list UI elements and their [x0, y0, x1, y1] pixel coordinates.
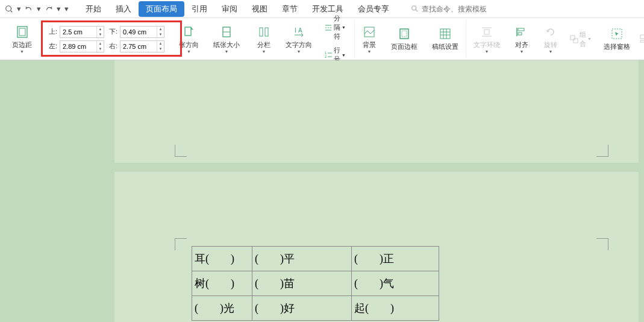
- chevron-down-icon: ▼: [262, 49, 266, 54]
- spin-down-icon[interactable]: ▼: [96, 32, 104, 37]
- table-cell[interactable]: 耳( ): [192, 247, 252, 271]
- more-icon[interactable]: ▾: [64, 4, 69, 13]
- undo-icon[interactable]: [25, 5, 33, 13]
- page-border-button[interactable]: 页面边框: [389, 25, 420, 52]
- orientation-label: 张方向: [179, 40, 199, 49]
- selection-pane-button[interactable]: 选择窗格: [601, 25, 633, 52]
- ribbon: 页边距 ▼ 上: ▲▼ 下: ▲▼ 左: ▲▼ 右: ▲▼ 张方向 ▼: [0, 18, 644, 60]
- orientation-button[interactable]: 张方向 ▼: [177, 24, 201, 55]
- document-area[interactable]: 耳( ) ( )平 ( )正 树( ) ( )苗 ( )气 ( )光 ( )好 …: [0, 60, 644, 322]
- page-border-label: 页面边框: [391, 42, 417, 51]
- table-cell[interactable]: ( )苗: [252, 271, 352, 296]
- table-cell[interactable]: ( )光: [192, 296, 252, 321]
- text-direction-label: 文字方向: [286, 40, 312, 49]
- svg-rect-35: [571, 36, 575, 40]
- svg-line-1: [11, 10, 13, 12]
- text-direction-icon: IA: [292, 25, 306, 39]
- svg-rect-9: [260, 28, 263, 36]
- margin-bottom-input[interactable]: ▲▼: [120, 26, 164, 38]
- dropdown-icon[interactable]: ▾: [37, 4, 41, 13]
- margin-left-label: 左:: [46, 42, 57, 51]
- crop-mark-icon: [596, 145, 608, 157]
- svg-rect-33: [518, 28, 524, 31]
- crop-mark-icon: [175, 238, 187, 250]
- group-margin-values: 上: ▲▼ 下: ▲▼ 左: ▲▼ 右: ▲▼: [39, 21, 172, 57]
- svg-text:2: 2: [325, 55, 327, 58]
- svg-rect-22: [400, 29, 408, 39]
- dropdown-icon[interactable]: ▾: [57, 4, 61, 13]
- spin-up-icon[interactable]: ▲: [96, 27, 104, 32]
- tab-member[interactable]: 会员专享: [351, 1, 396, 17]
- margin-right-input[interactable]: ▲▼: [120, 40, 164, 52]
- quick-access-toolbar: ▾ ▾ ▾ ▾: [5, 4, 69, 13]
- crop-mark-icon: [175, 145, 187, 157]
- spin-up-icon[interactable]: ▲: [157, 41, 164, 46]
- redo-icon[interactable]: [45, 5, 53, 13]
- text-wrap-icon: [480, 25, 494, 39]
- tab-references[interactable]: 引用: [184, 1, 214, 17]
- spin-down-icon[interactable]: ▼: [96, 46, 104, 52]
- spin-down-icon[interactable]: ▼: [157, 46, 164, 52]
- group-label: 组合: [580, 30, 586, 48]
- breaks-button[interactable]: 分隔符 ▼: [324, 14, 346, 41]
- align-label: 对齐: [515, 40, 528, 49]
- draft-button[interactable]: 稿纸设置: [430, 25, 461, 52]
- spin-up-icon[interactable]: ▲: [96, 41, 104, 46]
- search-box[interactable]: [411, 5, 512, 13]
- table-cell[interactable]: ( )气: [352, 271, 439, 296]
- margin-bottom-label: 下:: [107, 27, 117, 36]
- margins-label: 页边距: [12, 40, 32, 49]
- spin-down-icon[interactable]: ▼: [157, 32, 164, 37]
- svg-rect-36: [574, 39, 578, 43]
- table-cell[interactable]: 起( ): [352, 296, 439, 321]
- breaks-label: 分隔符: [334, 14, 340, 41]
- svg-rect-24: [440, 29, 450, 39]
- group-breaks-lines: 分隔符 ▼ 12 行号 ▼: [319, 21, 355, 57]
- table-cell[interactable]: ( )好: [252, 296, 352, 321]
- table-cell[interactable]: 树( ): [192, 271, 252, 296]
- align-icon: [514, 25, 529, 39]
- chevron-down-icon: ▼: [548, 49, 552, 54]
- top-bar: ▾ ▾ ▾ ▾ 开始 插入 页面布局 引用 审阅 视图 章节 开发工具 会员专享: [0, 0, 644, 18]
- draft-label: 稿纸设置: [432, 42, 458, 51]
- table-cell[interactable]: ( )平: [252, 247, 352, 271]
- table-cell[interactable]: ( )正: [352, 247, 439, 271]
- svg-text:I: I: [295, 27, 296, 34]
- chevron-down-icon: ▼: [367, 49, 371, 54]
- tab-view[interactable]: 视图: [245, 1, 275, 17]
- selection-pane-icon: [610, 27, 624, 41]
- group-rotate: 旋转 ▼: [536, 21, 565, 57]
- svg-rect-38: [640, 35, 644, 39]
- preview-icon[interactable]: [5, 5, 13, 13]
- margin-top-input[interactable]: ▲▼: [60, 26, 104, 38]
- margins-button[interactable]: 页边距 ▼: [10, 24, 34, 55]
- group-draft: 稿纸设置: [425, 21, 466, 57]
- tab-review[interactable]: 审阅: [214, 1, 245, 17]
- tab-start[interactable]: 开始: [78, 1, 108, 17]
- tabs: 开始 插入 页面布局 引用 审阅 视图 章节 开发工具 会员专享: [78, 1, 396, 17]
- search-input[interactable]: [422, 5, 512, 13]
- margin-top-label: 上:: [46, 27, 57, 36]
- group-text-direction: IA 文字方向 ▼: [278, 21, 319, 57]
- dropdown-icon[interactable]: ▾: [17, 4, 21, 13]
- exercise-table[interactable]: 耳( ) ( )平 ( )正 树( ) ( )苗 ( )气 ( )光 ( )好 …: [192, 246, 439, 321]
- columns-button[interactable]: 分栏 ▼: [254, 24, 274, 55]
- spin-up-icon[interactable]: ▲: [157, 27, 164, 32]
- group-button: 组合 ▼: [570, 30, 592, 48]
- align-button[interactable]: 对齐 ▼: [512, 24, 531, 55]
- svg-point-0: [6, 5, 11, 11]
- paper-size-button[interactable]: 纸张大小 ▼: [211, 24, 242, 55]
- svg-text:A: A: [298, 27, 302, 34]
- background-button[interactable]: 背景 ▼: [360, 24, 379, 55]
- chevron-down-icon: ▼: [342, 25, 346, 30]
- group-align: 对齐 ▼: [507, 21, 536, 57]
- tab-section[interactable]: 章节: [275, 1, 305, 17]
- tab-page-layout[interactable]: 页面布局: [139, 1, 184, 17]
- background-label: 背景: [363, 40, 376, 49]
- group-paper-size: 纸张大小 ▼: [206, 21, 247, 57]
- margin-left-input[interactable]: ▲▼: [60, 40, 104, 52]
- rotate-button: 旋转 ▼: [541, 24, 560, 55]
- tab-insert[interactable]: 插入: [108, 1, 139, 17]
- text-direction-button[interactable]: IA 文字方向 ▼: [283, 24, 314, 55]
- svg-rect-39: [640, 40, 644, 42]
